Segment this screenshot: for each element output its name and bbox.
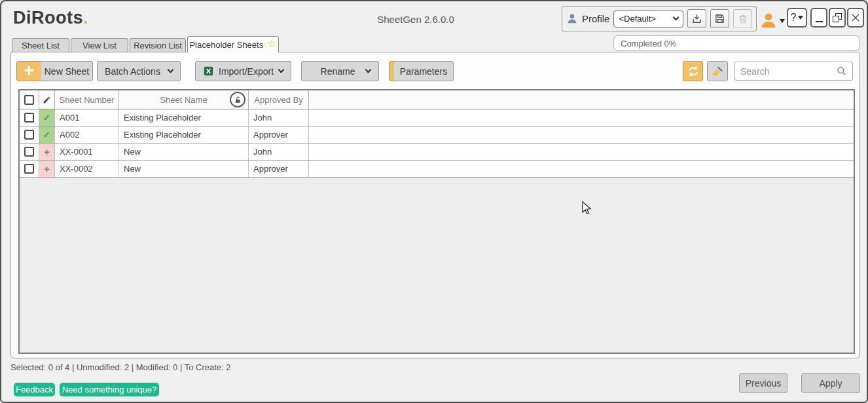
chevron-down-icon	[673, 14, 679, 21]
excel-icon	[203, 66, 214, 77]
profile-import-button[interactable]	[687, 9, 706, 28]
row-status-glyph: ✓	[43, 130, 50, 140]
row-approved-by[interactable]: Approver	[249, 126, 309, 143]
minimize-icon	[816, 21, 823, 22]
previous-button[interactable]: Previous	[739, 373, 787, 393]
help-button[interactable]: ?	[787, 8, 807, 28]
selection-status: Selected: 0 of 4 | Unmodified: 2 | Modif…	[10, 362, 231, 372]
row-approved-by[interactable]: Approver	[249, 161, 309, 177]
save-icon	[714, 13, 725, 24]
row-filler	[309, 126, 854, 143]
row-name[interactable]: New	[119, 144, 249, 160]
profile-group: Profile <Default>	[562, 6, 757, 31]
profile-label: Profile	[582, 13, 610, 24]
chevron-down-icon	[365, 67, 372, 73]
row-status-cell: +	[39, 144, 55, 160]
row-checkbox[interactable]	[24, 147, 34, 157]
header-sheet-number[interactable]: Sheet Number	[55, 90, 119, 109]
row-status-cell: ✓	[39, 126, 55, 143]
row-number[interactable]: XX-0001	[55, 144, 119, 160]
row-select-cell[interactable]	[20, 109, 39, 126]
profile-selected-value: <Default>	[619, 14, 655, 24]
new-sheet-button[interactable]: + New Sheet	[16, 61, 93, 81]
unlock-button[interactable]	[230, 92, 245, 107]
row-select-cell[interactable]	[20, 161, 39, 177]
table-header-row: Sheet Number Sheet Name Approved By	[20, 90, 854, 109]
row-select-cell[interactable]	[20, 144, 39, 160]
row-filler	[309, 144, 854, 160]
row-number[interactable]: XX-0002	[55, 161, 119, 177]
profile-select[interactable]: <Default>	[613, 10, 683, 28]
row-number[interactable]: A001	[55, 109, 119, 126]
close-icon	[850, 12, 861, 23]
chevron-down-icon	[167, 67, 173, 73]
header-select-all-cell[interactable]	[20, 90, 39, 109]
table-row[interactable]: + XX-0002 New Approver	[20, 161, 854, 178]
row-checkbox[interactable]	[24, 164, 34, 174]
tab-label: Sheet List	[22, 41, 60, 50]
row-name[interactable]: New	[119, 161, 249, 177]
refresh-button[interactable]	[683, 61, 703, 81]
row-checkbox[interactable]	[24, 130, 34, 140]
batch-actions-dropdown[interactable]: Batch Actions	[97, 61, 181, 81]
row-status-cell: +	[39, 161, 55, 177]
search-box	[734, 62, 853, 81]
rename-dropdown[interactable]: Rename	[301, 61, 379, 81]
row-status-cell: ✓	[39, 109, 55, 126]
row-number[interactable]: A002	[55, 126, 119, 143]
parameters-button[interactable]: Parameters	[389, 61, 454, 81]
header-approved-by[interactable]: Approved By	[249, 90, 309, 109]
header-sheet-name-label: Sheet Name	[160, 95, 207, 105]
row-approved-by[interactable]: John	[249, 144, 309, 160]
search-input[interactable]	[740, 66, 832, 77]
help-label: ?	[791, 12, 797, 24]
row-filler	[309, 161, 854, 177]
need-something-unique-button[interactable]: Need something unique?	[60, 383, 159, 396]
row-status-glyph: ✓	[43, 113, 50, 123]
restore-button[interactable]	[829, 8, 846, 28]
refresh-icon	[687, 65, 700, 78]
row-name[interactable]: Existing Placeholder	[119, 126, 249, 143]
feedback-button[interactable]: Feedback	[14, 383, 55, 396]
minimize-button[interactable]	[810, 8, 827, 28]
row-approved-by[interactable]: John	[249, 109, 309, 126]
new-sheet-label: New Sheet	[41, 66, 92, 77]
chevron-down-icon	[780, 19, 785, 23]
star-icon[interactable]: ☆	[267, 39, 276, 49]
row-filler	[309, 109, 854, 126]
import-export-label: Import/Export	[219, 66, 274, 77]
select-all-checkbox[interactable]	[24, 95, 34, 105]
parameters-accent-strip	[389, 62, 394, 81]
table-row[interactable]: ✓ A002 Existing Placeholder Approver	[20, 126, 854, 144]
tab-sheet-list[interactable]: Sheet List	[12, 38, 69, 52]
tab-placeholder-sheets[interactable]: Placeholder Sheets ☆	[187, 36, 279, 52]
table-row[interactable]: + XX-0001 New John	[20, 144, 854, 161]
account-menu-button[interactable]	[759, 9, 786, 29]
sheets-table: Sheet Number Sheet Name Approved By ✓ A0…	[18, 89, 855, 354]
unique-label: Need something unique?	[62, 385, 157, 394]
import-icon	[691, 13, 702, 24]
close-button[interactable]	[847, 8, 864, 28]
rename-label: Rename	[310, 66, 366, 77]
broom-icon	[711, 65, 724, 78]
profile-delete-button[interactable]	[733, 9, 752, 28]
apply-button[interactable]: Apply	[801, 373, 860, 393]
clear-filters-button[interactable]	[707, 61, 728, 81]
tab-content-panel: + New Sheet Batch Actions Import/Export …	[10, 52, 860, 358]
tab-label: Placeholder Sheets	[189, 40, 263, 50]
row-status-glyph: +	[44, 163, 50, 174]
import-export-dropdown[interactable]: Import/Export	[195, 61, 291, 81]
header-sheet-name[interactable]: Sheet Name	[119, 90, 249, 109]
search-icon[interactable]	[836, 66, 847, 77]
progress-label: Completed 0%	[621, 39, 676, 48]
table-rows: ✓ A001 Existing Placeholder John ✓ A002 …	[20, 109, 854, 178]
row-name[interactable]: Existing Placeholder	[119, 109, 249, 126]
table-row[interactable]: ✓ A001 Existing Placeholder John	[20, 109, 854, 126]
header-filler	[309, 90, 854, 109]
tab-revision-list[interactable]: Revision List	[130, 38, 186, 52]
tab-view-list[interactable]: View List	[71, 38, 128, 52]
pencil-icon	[43, 96, 51, 104]
row-select-cell[interactable]	[20, 126, 39, 143]
row-checkbox[interactable]	[24, 113, 34, 123]
profile-save-button[interactable]	[710, 9, 729, 28]
